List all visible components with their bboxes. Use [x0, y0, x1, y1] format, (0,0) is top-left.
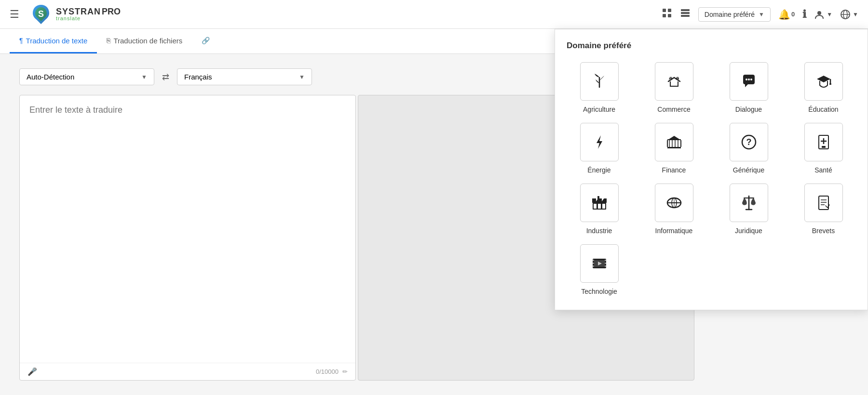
char-count-label: 0/10000 — [316, 368, 339, 375]
domain-item-energie[interactable]: Énergie — [567, 123, 632, 174]
svg-rect-18 — [829, 83, 831, 85]
sante-icon-box — [804, 123, 843, 161]
domain-item-technologie[interactable]: Technologie — [567, 244, 632, 295]
domain-item-brevets[interactable]: Brevets — [791, 184, 856, 235]
dialogue-icon-box — [730, 62, 768, 101]
source-lang-chevron-icon: ▼ — [141, 74, 147, 80]
generique-icon-box: ? — [730, 123, 768, 161]
domain-item-industrie[interactable]: Industrie — [567, 184, 632, 235]
svg-rect-32 — [597, 196, 599, 198]
navbar-left: ☰ S SYST — [10, 2, 662, 26]
tab-link[interactable]: 🔗 — [192, 29, 219, 53]
notification-container[interactable]: 🔔 0 — [778, 9, 795, 20]
svg-point-14 — [746, 79, 747, 80]
svg-rect-4 — [668, 14, 671, 17]
domain-item-agriculture[interactable]: Agriculture — [567, 62, 632, 113]
juridique-label: Juridique — [735, 227, 762, 235]
svg-rect-1 — [663, 9, 666, 12]
swap-languages-icon[interactable]: ⇄ — [162, 72, 169, 82]
bell-icon: 🔔 — [778, 9, 790, 20]
info-icon[interactable]: ℹ — [802, 8, 806, 21]
target-language-select[interactable]: Français ▼ — [177, 68, 312, 85]
tab-text-translation[interactable]: ¶ Traduction de texte — [10, 29, 97, 53]
user-chevron-icon: ▼ — [827, 11, 832, 18]
user-menu[interactable]: ▼ — [814, 9, 832, 20]
navbar-right: Domaine préféré ▼ 🔔 0 ℹ ▼ ▼ — [662, 7, 858, 22]
education-icon — [815, 73, 832, 90]
tab-text-label: Traduction de texte — [26, 37, 88, 45]
commerce-icon-box — [655, 62, 693, 101]
juridique-icon-box — [730, 184, 768, 222]
svg-rect-28 — [594, 204, 597, 209]
source-language-select[interactable]: Auto-Détection ▼ — [19, 68, 154, 85]
brevets-icon — [815, 194, 832, 211]
domain-item-juridique[interactable]: Juridique — [716, 184, 781, 235]
svg-rect-7 — [681, 15, 690, 17]
language-bar: Auto-Détection ▼ ⇄ Français ▼ — [19, 68, 386, 85]
informatique-icon-box — [655, 184, 693, 222]
finance-icon-box — [655, 123, 693, 161]
industrie-label: Industrie — [586, 227, 612, 235]
sante-label: Santé — [814, 166, 832, 174]
domain-item-sante[interactable]: Santé — [791, 123, 856, 174]
logo-pro: PRO — [102, 7, 121, 16]
industrie-icon — [591, 194, 608, 211]
svg-point-8 — [817, 11, 821, 15]
source-language-label: Auto-Détection — [27, 73, 74, 81]
technologie-icon — [591, 255, 608, 272]
education-icon-box — [804, 62, 843, 101]
domain-item-education[interactable]: Éducation — [791, 62, 856, 113]
industrie-icon-box — [580, 184, 619, 222]
informatique-icon — [665, 194, 683, 211]
domain-item-generique[interactable]: ? Générique — [716, 123, 781, 174]
target-lang-chevron-icon: ▼ — [299, 74, 305, 80]
education-label: Éducation — [808, 105, 838, 113]
svg-rect-47 — [593, 260, 594, 261]
svg-rect-52 — [605, 265, 606, 267]
svg-rect-50 — [605, 260, 606, 261]
domain-item-finance[interactable]: Finance — [641, 123, 706, 174]
navbar: ☰ S SYST — [0, 0, 868, 29]
domain-dropdown-panel: Domaine préféré Agriculture — [555, 29, 868, 310]
domain-item-informatique[interactable]: Informatique — [641, 184, 706, 235]
source-text-panel: 🎤 0/10000 ✏ — [19, 95, 356, 381]
commerce-label: Commerce — [657, 105, 690, 113]
domain-item-commerce[interactable]: Commerce — [641, 62, 706, 113]
card-icon[interactable] — [680, 8, 691, 21]
energie-icon — [591, 133, 608, 151]
logo-container: S SYSTRAN PRO translate — [29, 2, 121, 26]
hamburger-icon[interactable]: ☰ — [10, 8, 19, 21]
grid-icon[interactable] — [662, 8, 672, 21]
edit-icon[interactable]: ✏ — [342, 368, 348, 375]
domain-grid: Agriculture Commerce — [567, 62, 856, 295]
svg-rect-51 — [605, 263, 606, 264]
domain-item-dialogue[interactable]: Dialogue — [716, 62, 781, 113]
language-menu[interactable]: ▼ — [840, 9, 858, 20]
svg-point-15 — [748, 79, 750, 80]
source-text-input[interactable] — [20, 95, 355, 363]
link-icon: 🔗 — [202, 37, 210, 44]
svg-rect-19 — [667, 147, 681, 148]
sante-icon — [815, 133, 832, 151]
svg-rect-30 — [602, 204, 605, 209]
svg-rect-20 — [667, 139, 681, 140]
svg-text:S: S — [38, 9, 44, 19]
logo-systran: SYSTRAN — [56, 7, 101, 16]
microphone-icon[interactable]: 🎤 — [27, 367, 37, 376]
technologie-icon-box — [580, 244, 619, 283]
energie-label: Énergie — [587, 166, 610, 174]
finance-icon — [665, 133, 683, 151]
svg-rect-2 — [668, 9, 671, 12]
notification-badge: 0 — [791, 11, 795, 18]
agriculture-icon — [591, 73, 608, 90]
agriculture-icon-box — [580, 62, 619, 101]
chevron-down-icon: ▼ — [759, 11, 764, 18]
domain-preferred-dropdown[interactable]: Domaine préféré ▼ — [698, 7, 771, 22]
generique-label: Générique — [733, 166, 764, 174]
tab-file-translation[interactable]: ⎘ Traduction de fichiers — [97, 29, 192, 53]
finance-label: Finance — [662, 166, 686, 174]
technologie-label: Technologie — [581, 288, 617, 295]
char-count: 0/10000 ✏ — [316, 368, 348, 375]
globe-chevron-icon: ▼ — [853, 11, 858, 18]
svg-rect-48 — [593, 263, 594, 264]
